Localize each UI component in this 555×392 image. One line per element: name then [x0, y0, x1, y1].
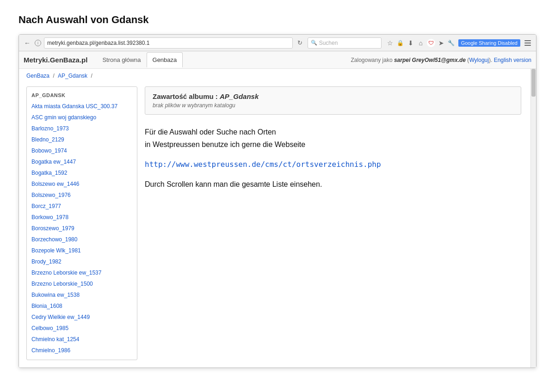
breadcrumb-separator: / [53, 73, 56, 79]
info-paragraph: Für die Auswahl oder Suche nach Orten in… [145, 126, 521, 151]
sidebar-item-0[interactable]: Akta miasta Gdanska USC_300.37 [27, 101, 137, 112]
address-text: metryki.genbaza.pl/genbaza.list.392380.1 [47, 40, 290, 46]
sidebar-item-13[interactable]: Bozepole Wlk_1981 [27, 245, 137, 256]
breadcrumb-ap-gdansk[interactable]: AP_Gdansk [58, 73, 87, 79]
sidebar-item-9[interactable]: Borcz_1977 [27, 201, 137, 212]
nav-genbaza[interactable]: Genbaza [147, 52, 183, 67]
album-name: AP_Gdansk [220, 92, 259, 100]
logout-link[interactable]: Wyloguj [469, 57, 489, 63]
album-subtitle: brak plików w wybranym katalogu [153, 102, 513, 109]
adblock-icon[interactable]: 🛡 [427, 39, 435, 47]
sidebar-item-11[interactable]: Boroszewo_1979 [27, 223, 137, 234]
info-line2: in Westpreussen benutze ich gerne die We… [145, 141, 305, 148]
breadcrumb: GenBaza / AP_Gdansk / [19, 69, 536, 83]
extensions-icon[interactable]: 🔧 [447, 39, 456, 47]
sidebar-heading: AP_GDANSK [27, 91, 137, 101]
breadcrumb-separator2: / [91, 73, 92, 79]
home-icon[interactable]: ⌂ [417, 39, 425, 47]
download-icon[interactable]: ⬇ [407, 39, 415, 47]
menu-button[interactable] [523, 38, 532, 48]
sidebar-item-4[interactable]: Bobowo_1974 [27, 145, 137, 156]
back-button[interactable]: ← [23, 38, 32, 48]
site-logo: Metryki.GenBaza.pl [24, 56, 87, 64]
sidebar-item-6[interactable]: Bogatka_1592 [27, 167, 137, 178]
toolbar-icons: ☆ 🔒 ⬇ ⌂ 🛡 ➤ 🔧 [386, 39, 456, 47]
album-box: Zawartość albumu : AP_Gdansk brak plików… [145, 86, 521, 115]
sidebar-item-17[interactable]: Bukowina ew_1538 [27, 289, 137, 300]
sidebar-item-12[interactable]: Borzechowo_1980 [27, 234, 137, 245]
breadcrumb-genbaza[interactable]: GenBaza [26, 73, 49, 79]
search-bar[interactable]: 🔍 Suchen [308, 37, 382, 49]
url-text: metryki.genbaza.pl/genbaza.list.392380.1 [47, 40, 149, 46]
sidebar-item-20[interactable]: Celbowo_1985 [27, 323, 137, 334]
sidebar-item-5[interactable]: Bogatka ew_1447 [27, 156, 137, 167]
sidebar: AP_GDANSK Akta miasta Gdanska USC_300.37… [26, 86, 137, 360]
sidebar-item-7[interactable]: Bolszewo ew_1446 [27, 178, 137, 190]
search-icon: 🔍 [311, 40, 317, 46]
browser-content: GenBaza / AP_Gdansk / AP_GDANSK Akta mia… [19, 69, 536, 368]
username: sarpei GreyOwl51@gmx.de [394, 57, 466, 63]
nav-strona-glowna[interactable]: Strona główna [97, 53, 146, 67]
sidebar-item-3[interactable]: Bledno_2129 [27, 134, 137, 145]
site-navbar: Metryki.GenBaza.pl Strona główna Genbaza… [19, 51, 536, 69]
language-link[interactable]: English version [494, 57, 531, 63]
sidebar-item-8[interactable]: Bolszewo_1976 [27, 190, 137, 201]
user-info: Zalogowany jako sarpei GreyOwl51@gmx.de … [351, 57, 531, 63]
sidebar-item-22[interactable]: Chmielno_1986 [27, 345, 137, 356]
address-bar[interactable]: metryki.genbaza.pl/genbaza.list.392380.1 [44, 37, 293, 49]
sidebar-item-18[interactable]: Błonia_1608 [27, 300, 137, 312]
album-title: Zawartość albumu : AP_Gdansk [153, 92, 513, 100]
star-icon[interactable]: ☆ [386, 39, 395, 47]
sidebar-item-1[interactable]: ASC gmin woj gdanskiego [27, 112, 137, 123]
sidebar-item-21[interactable]: Chmielno kat_1254 [27, 334, 137, 345]
sidebar-item-16[interactable]: Brzezno Leborskie_1500 [27, 278, 137, 289]
sidebar-item-19[interactable]: Cedry Wielkie ew_1449 [27, 312, 137, 323]
refresh-button[interactable]: ↻ [296, 38, 305, 48]
content-area: Zawartość albumu : AP_Gdansk brak plików… [145, 86, 529, 360]
google-sharing-button[interactable]: Google Sharing Disabled [458, 39, 520, 47]
sidebar-item-14[interactable]: Brody_1982 [27, 256, 137, 267]
sidebar-item-10[interactable]: Borkowo_1978 [27, 212, 137, 223]
sidebar-item-15[interactable]: Brzezno Leborskie ew_1537 [27, 267, 137, 278]
sidebar-item-2[interactable]: Barlozno_1973 [27, 123, 137, 134]
browser-toolbar: ← i metryki.genbaza.pl/genbaza.list.3923… [19, 35, 536, 51]
scrollbar-thumb[interactable] [531, 69, 536, 97]
lock-icon: 🔒 [396, 39, 405, 47]
share-icon[interactable]: ➤ [437, 39, 445, 47]
scrollbar[interactable] [530, 69, 536, 368]
info-line1: Für die Auswahl oder Suche nach Orten [145, 128, 276, 136]
search-placeholder: Suchen [319, 40, 338, 46]
page-heading: Nach Auswahl von Gdansk [18, 14, 536, 26]
info-icon: i [35, 40, 41, 46]
westpreussen-link[interactable]: http://www.westpreussen.de/cms/ct/ortsve… [145, 160, 521, 169]
album-label: Zawartość albumu : [153, 92, 218, 100]
main-layout: AP_GDANSK Akta miasta Gdanska USC_300.37… [19, 83, 536, 368]
browser-window: ← i metryki.genbaza.pl/genbaza.list.3923… [18, 34, 536, 368]
logged-in-label: Zalogowany jako [351, 57, 393, 63]
info-text-bottom: Durch Scrollen kann man die gesamte List… [145, 178, 521, 190]
